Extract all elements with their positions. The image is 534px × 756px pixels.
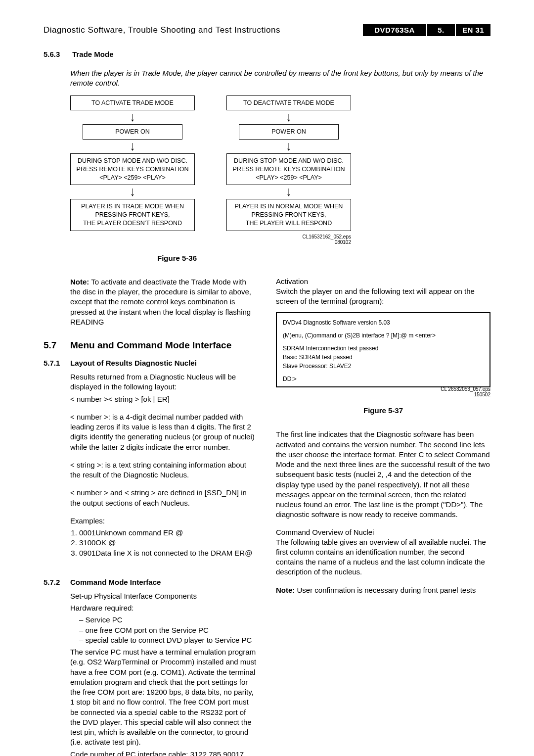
two-column-area: Note: To activate and deactivate the Tra…	[44, 277, 490, 756]
section-5-7-2: 5.7.2Command Mode Interface	[44, 578, 258, 586]
s571-body: Results returned from a Diagnostic Nucle…	[70, 372, 258, 558]
terminal-text: DVDv4 Diagnostic Software version 5.03 (…	[283, 318, 484, 383]
flow-box: DURING STOP MODE AND W/O DISC. PRESS REM…	[226, 153, 351, 186]
header-boxes: DVD763SA 5. EN 31	[363, 24, 490, 36]
arrow-down-icon: ↓	[286, 186, 292, 198]
section-5-7-1: 5.7.1Layout of Results Diagnostic Nuclei	[44, 359, 258, 367]
left-column: Note: To activate and deactivate the Tra…	[44, 277, 258, 756]
sec-num: 5.7.2	[44, 578, 70, 586]
header-page: EN 31	[456, 24, 490, 36]
flow-box: TO ACTIVATE TRADE MODE	[70, 95, 195, 111]
figure-caption: Figure 5-37	[276, 406, 490, 415]
term-line: DD:>	[283, 375, 484, 383]
trade-mode-flowchart: TO ACTIVATE TRADE MODE ↓ POWER ON ↓ DURI…	[70, 95, 490, 245]
examples-label: Examples:	[70, 516, 258, 526]
list-item: 0901Data line X is not connected to the …	[79, 548, 258, 558]
trade-mode-intro: When the player is in Trade Mode, the pl…	[70, 68, 490, 89]
sec-num: 5.6.3	[44, 50, 70, 58]
eps-line: CL16532162_052.eps	[303, 234, 351, 239]
eps-caption: CL16532162_052.eps 080102	[303, 234, 351, 245]
sec-title: Layout of Results Diagnostic Nuclei	[70, 359, 197, 367]
flow-text: DURING STOP MODE AND W/O DISC.	[234, 157, 344, 164]
term-line: (M)enu, (C)ommand or (S)2B interface ? […	[283, 331, 484, 340]
flow-text: PRESS REMOTE KEYS COMBINATION	[233, 166, 345, 173]
body-text: < number >< string > [ok | ER]	[70, 394, 258, 404]
flow-box: TO DEACTIVATE TRADE MODE	[226, 95, 351, 111]
right-column: Activation Switch the player on and the …	[276, 277, 490, 595]
s572-body: Set-up Physical Interface Components Har…	[70, 591, 258, 756]
flow-text: <PLAY> <259> <PLAY>	[99, 174, 166, 181]
arrow-down-icon: ↓	[286, 111, 292, 123]
trade-mode-intro-text: When the player is in Trade Mode, the pl…	[70, 68, 490, 89]
body-text: Switch the player on and the following t…	[276, 286, 490, 307]
flow-box: POWER ON	[239, 124, 339, 140]
flow-text: <PLAY> <259> <PLAY>	[256, 174, 322, 181]
eps-caption: CL 26532053_057.eps 150502	[276, 386, 490, 397]
sec-num: 5.7.1	[44, 359, 70, 367]
header-model: DVD763SA	[363, 24, 426, 36]
body-text: The following table gives an overview of…	[276, 537, 490, 577]
term-line: SDRAM Interconnection test passed	[283, 344, 484, 353]
activation-section: Activation Switch the player on and the …	[276, 277, 490, 307]
term-line: DVDv4 Diagnostic Software version 5.03	[283, 318, 484, 327]
sec-num: 5.7	[44, 340, 70, 351]
eps-line: 150502	[474, 392, 490, 397]
flow-box: POWER ON	[83, 124, 182, 140]
body-text: The service PC must have a terminal emul…	[70, 647, 258, 748]
body-text: Hardware required:	[70, 603, 258, 613]
flow-activate: TO ACTIVATE TRADE MODE ↓ POWER ON ↓ DURI…	[70, 95, 195, 245]
note-text: To activate and deactivate the Trade Mod…	[70, 278, 251, 326]
terminal-output-box: DVDv4 Diagnostic Software version 5.03 (…	[276, 312, 490, 387]
term-line: Basic SDRAM test passed	[283, 353, 484, 362]
flow-text: PRESSING FRONT KEYS,	[251, 211, 326, 218]
header-section: 5.	[427, 24, 455, 36]
list-item: special cable to connect DVD player to S…	[79, 635, 258, 645]
arrow-down-icon: ↓	[130, 141, 135, 152]
sec-title: Menu and Command Mode Interface	[70, 340, 231, 350]
body-text: < string >: is a text string containing …	[70, 460, 258, 480]
trade-mode-note: Note: To activate and deactivate the Tra…	[70, 277, 258, 327]
flow-text: PLAYER IS IN NORMAL MODE WHEN	[235, 203, 343, 210]
sec-title: Command Mode Interface	[70, 578, 161, 586]
flow-text: THE PLAYER WILL RESPOND	[246, 220, 332, 227]
flow-box: PLAYER IS IN TRADE MODE WHEN PRESSING FR…	[70, 199, 195, 231]
flow-text: PRESS REMOTE KEYS COMBINATION	[77, 166, 189, 173]
body-text: The first line indicates that the Diagno…	[276, 429, 490, 520]
section-5-6-3: 5.6.3 Trade Mode	[44, 50, 490, 58]
flow-text: THE PLAYER DOESN'T RESPOND	[83, 220, 182, 227]
page-header: Diagnostic Software, Trouble Shooting an…	[44, 24, 490, 36]
activation-title: Activation	[276, 277, 490, 285]
list-item: 3100OK @	[79, 538, 258, 548]
flow-box: DURING STOP MODE AND W/O DISC. PRESS REM…	[70, 153, 195, 186]
flow-deactivate: TO DEACTIVATE TRADE MODE ↓ POWER ON ↓ DU…	[226, 95, 351, 245]
arrow-down-icon: ↓	[130, 186, 135, 198]
flow-box: PLAYER IS IN NORMAL MODE WHEN PRESSING F…	[226, 199, 351, 231]
body-text: Results returned from a Diagnostic Nucle…	[70, 372, 258, 392]
activation-note: Note: User confirmation is necessary dur…	[276, 585, 490, 595]
note-label: Note:	[70, 278, 89, 286]
list-item: 0001Unknown command ER @	[79, 528, 258, 538]
sec-title: Trade Mode	[72, 50, 113, 58]
body-text: Code number of PC interface cable: 3122 …	[70, 750, 258, 756]
term-line: Slave Processor: SLAVE2	[283, 362, 484, 371]
list-item: Service PC	[79, 615, 258, 625]
note-text: User confirmation is necessary during fr…	[295, 586, 476, 594]
flow-text: DURING STOP MODE AND W/O DISC.	[78, 157, 187, 164]
body-text: Set-up Physical Interface Components	[70, 591, 258, 601]
examples-list: 0001Unknown command ER @ 3100OK @ 0901Da…	[79, 528, 258, 558]
arrow-down-icon: ↓	[286, 141, 292, 152]
note-label: Note:	[276, 586, 295, 594]
header-title: Diagnostic Software, Trouble Shooting an…	[44, 25, 363, 35]
flow-text: PRESSING FRONT KEYS,	[95, 211, 170, 218]
flow-text: PLAYER IS IN TRADE MODE WHEN	[81, 203, 184, 210]
body-text: < number > and < string > are defined in…	[70, 488, 258, 508]
list-item: one free COM port on the Service PC	[79, 625, 258, 635]
section-5-7: 5.7Menu and Command Mode Interface	[44, 340, 258, 351]
hardware-list: Service PC one free COM port on the Serv…	[79, 615, 258, 645]
arrow-down-icon: ↓	[130, 111, 135, 123]
eps-line: 080102	[335, 239, 351, 245]
subsection-title: Command Overview of Nuclei	[276, 528, 490, 536]
body-text: < number >: is a 4-digit decimal number …	[70, 412, 258, 452]
figure-caption: Figure 5-36	[157, 254, 490, 262]
